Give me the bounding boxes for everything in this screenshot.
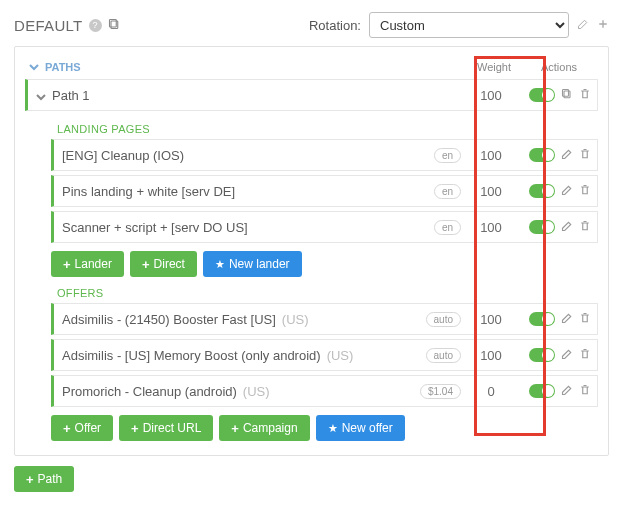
trash-icon[interactable]	[579, 312, 591, 327]
offer-suffix: (US)	[243, 384, 270, 399]
paths-panel: PATHS Weight Actions Path 1 100 LANDING …	[14, 46, 609, 456]
toggle-switch[interactable]	[529, 88, 555, 102]
trash-icon[interactable]	[579, 384, 591, 399]
landing-row[interactable]: [ENG] Cleanup (IOS) en 100	[51, 139, 598, 171]
lang-pill: en	[434, 184, 461, 199]
rotation-select[interactable]: Custom	[369, 12, 569, 38]
weight-column: Weight	[464, 61, 524, 73]
trash-icon[interactable]	[579, 220, 591, 235]
add-direct-url-button[interactable]: +Direct URL	[119, 415, 213, 441]
add-campaign-button[interactable]: +Campaign	[219, 415, 309, 441]
page-title: DEFAULT	[14, 17, 83, 34]
pencil-icon[interactable]	[561, 184, 573, 199]
new-lander-button[interactable]: ★New lander	[203, 251, 302, 277]
offer-name: Adsimilis - (21450) Booster Fast [US]	[62, 312, 276, 327]
landing-name: Pins landing + white [serv DE]	[62, 184, 235, 199]
pencil-icon[interactable]	[561, 384, 573, 399]
price-pill: $1.04	[420, 384, 461, 399]
toggle-switch[interactable]	[529, 184, 555, 198]
offer-name: Adsimilis - [US] Memory Boost (only andr…	[62, 348, 321, 363]
copy-icon[interactable]	[561, 88, 573, 103]
path-row[interactable]: Path 1 100	[25, 79, 598, 111]
weight-value: 100	[461, 348, 521, 363]
weight-value: 0	[461, 384, 521, 399]
toggle-switch[interactable]	[529, 312, 555, 326]
rotation-label: Rotation:	[309, 18, 361, 33]
add-path-button[interactable]: +Path	[14, 466, 74, 492]
offer-suffix: (US)	[282, 312, 309, 327]
landing-section-label: LANDING PAGES	[25, 115, 598, 139]
help-icon[interactable]: ?	[89, 19, 102, 32]
landing-row[interactable]: Pins landing + white [serv DE] en 100	[51, 175, 598, 207]
weight-value: 100	[461, 148, 521, 163]
auto-pill: auto	[426, 312, 461, 327]
landing-row[interactable]: Scanner + script + [serv DO US] en 100	[51, 211, 598, 243]
pencil-icon[interactable]	[577, 18, 589, 33]
new-offer-button[interactable]: ★New offer	[316, 415, 405, 441]
weight-value: 100	[461, 220, 521, 235]
auto-pill: auto	[426, 348, 461, 363]
actions-column: Actions	[524, 61, 594, 73]
add-offer-button[interactable]: +Offer	[51, 415, 113, 441]
pencil-icon[interactable]	[561, 312, 573, 327]
add-lander-button[interactable]: +Lander	[51, 251, 124, 277]
chevron-down-icon[interactable]	[36, 90, 46, 100]
offer-row[interactable]: Adsimilis - (21450) Booster Fast [US] (U…	[51, 303, 598, 335]
add-direct-button[interactable]: +Direct	[130, 251, 197, 277]
pencil-icon[interactable]	[561, 148, 573, 163]
trash-icon[interactable]	[579, 88, 591, 103]
trash-icon[interactable]	[579, 348, 591, 363]
weight-value: 100	[461, 88, 521, 103]
offer-suffix: (US)	[327, 348, 354, 363]
landing-name: Scanner + script + [serv DO US]	[62, 220, 248, 235]
offers-section-label: OFFERS	[25, 279, 598, 303]
paths-label: PATHS	[45, 61, 81, 73]
trash-icon[interactable]	[579, 184, 591, 199]
pencil-icon[interactable]	[561, 220, 573, 235]
lang-pill: en	[434, 148, 461, 163]
offer-row[interactable]: Adsimilis - [US] Memory Boost (only andr…	[51, 339, 598, 371]
toggle-switch[interactable]	[529, 220, 555, 234]
offer-row[interactable]: Promorich - Cleanup (android) (US) $1.04…	[51, 375, 598, 407]
copy-icon[interactable]	[108, 18, 120, 33]
trash-icon[interactable]	[579, 148, 591, 163]
pencil-icon[interactable]	[561, 348, 573, 363]
weight-value: 100	[461, 184, 521, 199]
chevron-down-icon[interactable]	[29, 62, 39, 72]
landing-name: [ENG] Cleanup (IOS)	[62, 148, 184, 163]
weight-value: 100	[461, 312, 521, 327]
toggle-switch[interactable]	[529, 348, 555, 362]
offer-name: Promorich - Cleanup (android)	[62, 384, 237, 399]
toggle-switch[interactable]	[529, 148, 555, 162]
plus-icon[interactable]	[597, 18, 609, 33]
path-name: Path 1	[52, 88, 90, 103]
toggle-switch[interactable]	[529, 384, 555, 398]
lang-pill: en	[434, 220, 461, 235]
